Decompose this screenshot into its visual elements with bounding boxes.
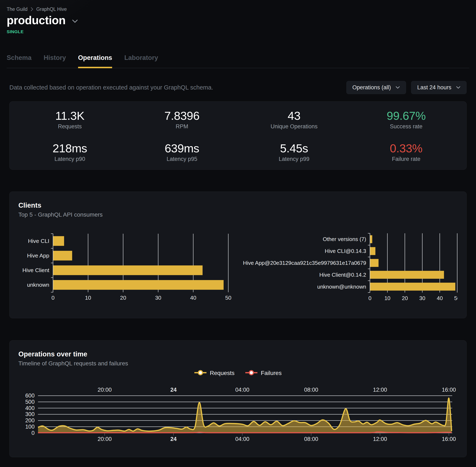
page-content: Data collected based on operation execut…: [0, 81, 476, 457]
toolbar: Data collected based on operation execut…: [9, 81, 467, 94]
time-range-filter-button[interactable]: Last 24 hours: [411, 81, 467, 94]
svg-text:30: 30: [155, 295, 161, 301]
svg-text:08:00: 08:00: [304, 436, 318, 442]
svg-text:24: 24: [170, 387, 177, 393]
svg-text:12:00: 12:00: [373, 387, 387, 393]
stat-latency-p90: 218ms Latency p90: [14, 142, 126, 162]
operations-filter-label: Operations (all): [352, 84, 391, 91]
legend-label-failures: Failures: [261, 370, 282, 376]
stat-label: Latency p95: [126, 156, 238, 162]
time-range-filter-label: Last 24 hours: [417, 84, 451, 91]
svg-text:04:00: 04:00: [235, 436, 249, 442]
tab-history[interactable]: History: [44, 54, 66, 68]
svg-text:10: 10: [85, 295, 91, 301]
stat-value: 639ms: [126, 142, 238, 155]
stat-value: 11.3K: [14, 109, 126, 122]
svg-text:Hive Client: Hive Client: [22, 267, 49, 273]
stat-requests: 11.3K Requests: [14, 109, 126, 130]
stat-unique-operations: 43 Unique Operations: [238, 109, 350, 130]
svg-text:40: 40: [190, 295, 197, 301]
svg-text:30: 30: [419, 295, 425, 301]
chart-legend: Requests Failures: [18, 370, 458, 376]
chevron-right-icon: [30, 7, 33, 12]
clients-card-title: Clients: [18, 202, 458, 209]
svg-text:Hive App@20e3129caa921c35e9979: Hive App@20e3129caa921c35e9979631e17a067…: [243, 260, 366, 266]
chevron-down-icon: [396, 86, 400, 89]
page-header: The Guild GraphQL Hive production SINGLE…: [0, 0, 476, 68]
legend-item-requests[interactable]: Requests: [194, 370, 235, 376]
stat-label: RPM: [126, 123, 238, 130]
svg-text:10: 10: [384, 295, 390, 301]
tab-operations[interactable]: Operations: [78, 54, 112, 68]
stat-value: 218ms: [14, 142, 126, 155]
svg-text:50: 50: [454, 295, 458, 301]
stat-value: 99.67%: [350, 109, 462, 122]
tab-bar: Schema History Operations Laboratory: [7, 54, 469, 68]
stat-latency-p99: 5.45s Latency p99: [238, 142, 350, 162]
clients-card: Clients Top 5 - GraphQL API consumers 01…: [9, 192, 467, 318]
clients-bar-chart: 01020304050Hive CLIHive AppHive Clientun…: [18, 229, 238, 301]
svg-text:20: 20: [402, 295, 408, 301]
legend-item-failures[interactable]: Failures: [245, 370, 282, 376]
page-title: production: [7, 14, 66, 26]
stat-value: 0.33%: [350, 142, 462, 155]
stat-value: 5.45s: [238, 142, 350, 155]
svg-text:Other versions (7): Other versions (7): [323, 236, 366, 242]
stat-label: Success rate: [350, 123, 462, 130]
stat-label: Failure rate: [350, 156, 462, 162]
stat-label: Unique Operations: [238, 123, 350, 130]
operations-filter-button[interactable]: Operations (all): [346, 81, 406, 94]
tab-schema[interactable]: Schema: [7, 54, 31, 68]
svg-text:500: 500: [25, 399, 35, 405]
svg-text:50: 50: [225, 295, 232, 301]
svg-text:40: 40: [437, 295, 443, 301]
svg-text:0: 0: [52, 295, 55, 301]
svg-text:Hive Client@0.14.2: Hive Client@0.14.2: [319, 272, 366, 278]
svg-text:unknown: unknown: [27, 282, 49, 288]
legend-label-requests: Requests: [210, 370, 235, 376]
svg-text:16:00: 16:00: [442, 387, 456, 393]
svg-text:08:00: 08:00: [304, 387, 318, 393]
stat-latency-p95: 639ms Latency p95: [126, 142, 238, 162]
svg-text:100: 100: [25, 424, 35, 430]
svg-text:Hive CLI: Hive CLI: [28, 238, 49, 244]
svg-text:400: 400: [25, 405, 35, 411]
stat-success-rate: 99.67% Success rate: [350, 109, 462, 130]
operations-timeline-chart: 010020030040050060020:0020:00242404:0004…: [18, 385, 458, 444]
stat-label: Latency p90: [14, 156, 126, 162]
stat-failure-rate: 0.33% Failure rate: [350, 142, 462, 162]
svg-text:24: 24: [170, 436, 177, 442]
svg-text:0: 0: [31, 430, 35, 436]
stat-label: Latency p99: [238, 156, 350, 162]
page-description: Data collected based on operation execut…: [9, 84, 213, 91]
tab-laboratory[interactable]: Laboratory: [124, 54, 158, 68]
stat-value: 43: [238, 109, 350, 122]
target-selector-chevron-down-icon[interactable]: [72, 19, 78, 23]
svg-text:300: 300: [25, 411, 35, 417]
svg-text:0: 0: [369, 295, 371, 301]
operations-card-subtitle: Timeline of GraphQL requests and failure…: [18, 360, 458, 367]
svg-text:20:00: 20:00: [98, 436, 112, 442]
target-type-badge: SINGLE: [7, 29, 469, 34]
svg-text:12:00: 12:00: [373, 436, 387, 442]
svg-text:200: 200: [25, 417, 35, 424]
requests-series-marker-icon: [194, 370, 207, 376]
breadcrumb: The Guild GraphQL Hive: [7, 6, 469, 12]
failures-series-marker-icon: [245, 370, 257, 376]
svg-text:600: 600: [25, 392, 35, 399]
operations-over-time-card: Operations over time Timeline of GraphQL…: [9, 340, 467, 457]
svg-text:Hive CLI@0.14.3: Hive CLI@0.14.3: [325, 248, 366, 254]
client-versions-bar-chart: 01020304050Other versions (7)Hive CLI@0.…: [238, 229, 458, 301]
svg-text:16:00: 16:00: [442, 436, 456, 442]
svg-text:20:00: 20:00: [98, 387, 112, 393]
stat-value: 7.8396: [126, 109, 238, 122]
breadcrumb-item-project[interactable]: GraphQL Hive: [36, 6, 67, 12]
operations-card-title: Operations over time: [18, 350, 458, 357]
svg-text:20: 20: [120, 295, 126, 301]
chevron-down-icon: [456, 86, 461, 89]
svg-text:unknown@unknown: unknown@unknown: [317, 284, 366, 290]
svg-text:Hive App: Hive App: [27, 252, 49, 259]
stat-label: Requests: [14, 123, 126, 130]
clients-card-subtitle: Top 5 - GraphQL API consumers: [18, 212, 458, 218]
breadcrumb-item-org[interactable]: The Guild: [7, 6, 27, 12]
